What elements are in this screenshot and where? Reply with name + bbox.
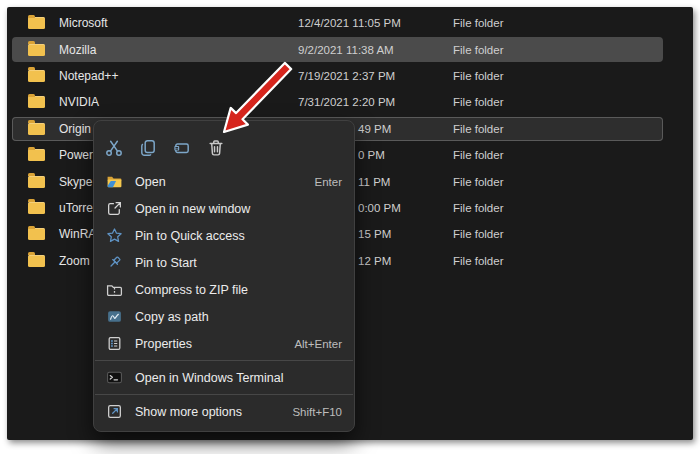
file-type: File folder [453, 17, 504, 29]
menu-item-compress-zip[interactable]: Compress to ZIP file [94, 276, 354, 303]
menu-item-show-more[interactable]: Show more options Shift+F10 [94, 398, 354, 425]
folder-icon [28, 255, 45, 267]
menu-item-shortcut: Alt+Enter [294, 338, 342, 350]
table-row[interactable]: Mozilla 9/2/2021 11:38 AM File folder [7, 36, 693, 62]
folder-icon [28, 70, 45, 82]
folder-name: Microsoft [59, 16, 108, 30]
menu-item-label: Open in new window [135, 202, 342, 216]
date-modified: 9/2/2021 11:38 AM [298, 44, 394, 56]
file-type: File folder [453, 255, 504, 267]
rename-button[interactable] [170, 136, 194, 160]
menu-item-label: Properties [135, 337, 294, 351]
folder-name: Zoom [59, 254, 90, 268]
date-modified: 12/4/2021 11:05 PM [298, 17, 401, 29]
pin-icon [106, 254, 123, 271]
menu-separator [95, 360, 353, 361]
folder-name: NVIDIA [59, 95, 99, 109]
date-modified: 0 PM [358, 149, 385, 161]
date-modified: 49 PM [358, 123, 391, 135]
menu-item-label: Open in Windows Terminal [135, 371, 342, 385]
menu-item-label: Open [135, 175, 315, 189]
menu-item-copy-as-path[interactable]: Copy as path [94, 303, 354, 330]
folder-name: Origin [59, 122, 91, 136]
date-modified: 15 PM [358, 228, 391, 240]
file-type: File folder [453, 123, 504, 135]
context-menu: Open Enter Open in new window Pin to Qui… [93, 120, 355, 432]
annotation-arrow [200, 58, 300, 143]
star-icon [106, 227, 123, 244]
folder-icon [28, 202, 45, 214]
copy-icon [139, 139, 157, 157]
open-folder-icon [106, 173, 123, 190]
file-type: File folder [453, 96, 504, 108]
menu-item-label: Show more options [135, 405, 292, 419]
cut-button[interactable] [102, 136, 126, 160]
folder-icon [28, 96, 45, 108]
date-modified: 7/19/2021 2:37 PM [298, 70, 395, 82]
table-row[interactable]: NVIDIA 7/31/2021 2:20 PM File folder [7, 89, 693, 115]
cut-icon [105, 139, 123, 157]
menu-item-properties[interactable]: Properties Alt+Enter [94, 330, 354, 357]
table-row[interactable]: Microsoft 12/4/2021 11:05 PM File folder [7, 10, 693, 36]
properties-icon [106, 335, 123, 352]
menu-item-open-new-window[interactable]: Open in new window [94, 195, 354, 222]
file-type: File folder [453, 44, 504, 56]
copy-button[interactable] [136, 136, 160, 160]
file-type: File folder [453, 176, 504, 188]
menu-item-shortcut: Enter [315, 176, 343, 188]
menu-item-open-terminal[interactable]: Open in Windows Terminal [94, 364, 354, 391]
rename-icon [173, 139, 191, 157]
date-modified: 7/31/2021 2:20 PM [298, 96, 395, 108]
menu-item-label: Copy as path [135, 310, 342, 324]
file-explorer-window: Microsoft 12/4/2021 11:05 PM File folder… [7, 7, 693, 440]
zip-folder-icon [106, 281, 123, 298]
menu-separator [95, 394, 353, 395]
file-type: File folder [453, 70, 504, 82]
menu-item-label: Pin to Quick access [135, 229, 342, 243]
terminal-icon [106, 369, 123, 386]
menu-item-open[interactable]: Open Enter [94, 168, 354, 195]
menu-item-pin-to-start[interactable]: Pin to Start [94, 249, 354, 276]
menu-item-shortcut: Shift+F10 [292, 406, 342, 418]
table-row[interactable]: Notepad++ 7/19/2021 2:37 PM File folder [7, 63, 693, 89]
file-type: File folder [453, 228, 504, 240]
menu-item-label: Pin to Start [135, 256, 342, 270]
menu-item-label: Compress to ZIP file [135, 283, 342, 297]
folder-icon [28, 44, 45, 56]
folder-icon [28, 17, 45, 29]
open-new-window-icon [106, 200, 123, 217]
show-more-icon [106, 403, 123, 420]
folder-icon [28, 176, 45, 188]
date-modified: 11 PM [358, 176, 390, 188]
date-modified: 0:00 PM [358, 202, 401, 214]
folder-icon [28, 123, 45, 135]
file-type: File folder [453, 202, 504, 214]
folder-icon [28, 228, 45, 240]
folder-name: Mozilla [59, 43, 96, 57]
folder-name: Notepad++ [59, 69, 118, 83]
date-modified: 12 PM [358, 255, 391, 267]
folder-name: Skype [59, 175, 92, 189]
menu-item-pin-quick-access[interactable]: Pin to Quick access [94, 222, 354, 249]
folder-icon [28, 149, 45, 161]
file-type: File folder [453, 149, 504, 161]
copy-path-icon [106, 308, 123, 325]
